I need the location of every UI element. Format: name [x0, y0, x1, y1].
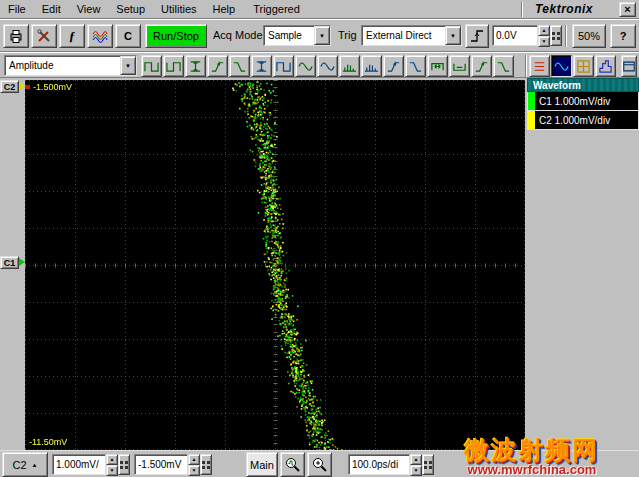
chevron-down-icon[interactable]: ▼: [445, 26, 461, 45]
histogram-icon[interactable]: [595, 55, 616, 77]
spin-down-icon[interactable]: ▼: [538, 36, 550, 47]
spin-up-icon[interactable]: ▲: [188, 454, 200, 465]
math-icon: ƒ: [69, 28, 76, 44]
c2-position-arrow-icon: [19, 82, 25, 90]
waveform-list: C1 1.000mV/divC2 1.000mV/div: [527, 92, 639, 130]
c1-position-arrow-icon: [19, 258, 25, 266]
channel-color-swatch: [528, 92, 535, 110]
menu-utilities[interactable]: Utilities: [153, 1, 204, 17]
keypad-icon[interactable]: [550, 25, 562, 46]
run-stop-label: Run/Stop: [153, 30, 199, 42]
channel-select-button[interactable]: C2 ▲: [2, 452, 48, 477]
trig-level-input[interactable]: 0.0V: [492, 25, 538, 46]
waveform-panel-header[interactable]: Waveform: [527, 78, 639, 92]
max-icon[interactable]: [207, 55, 228, 77]
neg-width-icon[interactable]: [449, 55, 470, 77]
keypad-icon[interactable]: [118, 454, 130, 475]
timebase-control: 100.0ps/di ▲ ▼: [348, 454, 434, 475]
vertical-scale-control: 1.000mV/ ▲ ▼: [52, 454, 130, 475]
color-palette-icon[interactable]: [573, 55, 594, 77]
waveform-colors-button[interactable]: [87, 24, 113, 48]
high-icon[interactable]: [141, 55, 162, 77]
waveform-panel: Waveform C1 1.000mV/divC2 1.000mV/div: [527, 78, 639, 130]
tools-button[interactable]: [31, 24, 57, 48]
clear-button[interactable]: C: [115, 24, 141, 48]
context-help-button[interactable]: ?: [610, 24, 636, 48]
watermark-line2: www.mwrfchina.com: [427, 463, 637, 477]
vertical-offset-input[interactable]: -1.500mV: [134, 454, 188, 475]
help-icon: ?: [620, 30, 627, 42]
trig-level-control: 0.0V ▲ ▼: [492, 25, 562, 46]
measurement-list-icon[interactable]: [529, 55, 550, 77]
min-icon[interactable]: [229, 55, 250, 77]
set-to-50-button[interactable]: 50%: [572, 24, 606, 48]
vertical-top-readout: -1.500mV: [33, 82, 72, 92]
amplitude-icon[interactable]: [185, 55, 206, 77]
neg-overshoot-icon[interactable]: [405, 55, 426, 77]
mid-icon[interactable]: [273, 55, 294, 77]
trig-label: Trig: [338, 29, 357, 41]
menu-bar: File Edit View Setup Utilities Help Trig…: [0, 0, 639, 19]
divider: [565, 25, 567, 47]
vertical-bottom-readout: -11.50mV: [29, 437, 67, 447]
measurement-category-select[interactable]: Amplitude ▼: [4, 55, 137, 76]
watermark-line1: 微波射频网: [427, 437, 637, 463]
spin-down-icon[interactable]: ▼: [106, 465, 118, 476]
dock-icon[interactable]: [621, 55, 637, 77]
waveform-row-c2[interactable]: C2 1.000mV/div: [527, 111, 639, 130]
low-icon[interactable]: [163, 55, 184, 77]
menu-edit[interactable]: Edit: [34, 1, 69, 17]
menu-help[interactable]: Help: [205, 1, 244, 17]
pos-overshoot-icon[interactable]: [383, 55, 404, 77]
spin-up-icon[interactable]: ▲: [410, 454, 422, 465]
oscilloscope-app: File Edit View Setup Utilities Help Trig…: [0, 0, 639, 477]
close-button[interactable]: ×: [619, 2, 636, 17]
menu-file[interactable]: File: [0, 1, 34, 17]
keypad-icon[interactable]: [200, 454, 212, 475]
pos-width-icon[interactable]: [427, 55, 448, 77]
channel-marker-c2[interactable]: C2: [0, 80, 19, 93]
tektronix-logo: Tektronix: [535, 2, 593, 16]
rising-edge-icon: [469, 28, 485, 44]
spin-down-icon[interactable]: ▼: [188, 465, 200, 476]
peak-peak-icon[interactable]: [251, 55, 272, 77]
channel-marker-c1[interactable]: C1: [0, 256, 19, 269]
chevron-down-icon[interactable]: ▼: [120, 56, 136, 75]
spin-up-icon[interactable]: ▲: [106, 454, 118, 465]
zoom-out-button[interactable]: [307, 452, 332, 477]
set-to-50-label: 50%: [578, 30, 600, 42]
measurement-toolbar: Amplitude ▼: [0, 52, 639, 78]
math-button[interactable]: ƒ: [59, 24, 85, 48]
menu-setup[interactable]: Setup: [108, 1, 153, 17]
timebase-input[interactable]: 100.0ps/di: [348, 454, 410, 475]
main-timebase-button[interactable]: Main: [246, 452, 278, 477]
chevron-down-icon[interactable]: ▼: [314, 26, 330, 45]
mean-icon[interactable]: [295, 55, 316, 77]
clear-icon: C: [124, 30, 132, 42]
spin-up-icon[interactable]: ▲: [538, 25, 550, 36]
print-button[interactable]: [3, 24, 29, 48]
run-stop-button[interactable]: Run/Stop: [145, 24, 207, 48]
rise-time-icon[interactable]: [471, 55, 492, 77]
vertical-scale-input[interactable]: 1.000mV/: [52, 454, 106, 475]
acq-mode-select[interactable]: Sample ▼: [263, 25, 331, 46]
spin-down-icon[interactable]: ▼: [410, 465, 422, 476]
waveform-display-icon[interactable]: [551, 55, 572, 77]
magnifier-waveform-icon: [284, 456, 301, 473]
graticule-display: -1.500mV -11.50mV: [25, 80, 525, 450]
menu-view[interactable]: View: [69, 1, 109, 17]
waveform-colors-icon: [92, 28, 108, 44]
cycle-mean-icon[interactable]: [317, 55, 338, 77]
fall-time-icon[interactable]: [493, 55, 514, 77]
cycle-rms-icon[interactable]: [361, 55, 382, 77]
trig-slope-button[interactable]: [465, 24, 489, 48]
channel-select-value: C2: [12, 459, 26, 471]
trig-source-select[interactable]: External Direct ▼: [361, 25, 462, 46]
waveform-row-c1[interactable]: C1 1.000mV/div: [527, 92, 639, 111]
magnifier-icon: [311, 456, 328, 473]
rms-icon[interactable]: [339, 55, 360, 77]
tools-icon: [36, 28, 52, 44]
graticule-canvas: [25, 80, 525, 450]
zoom-waveform-button[interactable]: [280, 452, 305, 477]
channel-scale-label: C2 1.000mV/div: [535, 111, 610, 129]
